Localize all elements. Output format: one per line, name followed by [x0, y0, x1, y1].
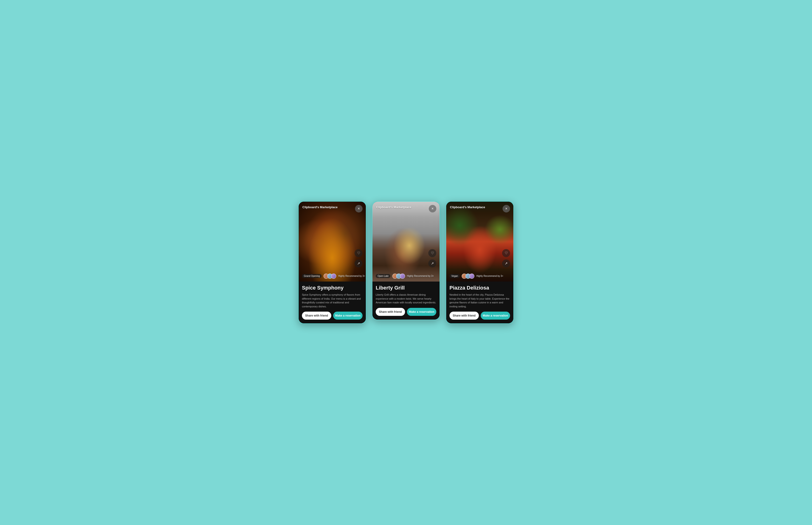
heart-button-spice-symphony[interactable]: ♡: [354, 249, 363, 257]
reserve-button-spice-symphony[interactable]: Make a reservation: [333, 312, 363, 320]
card-content-liberty-grill: Liberty Grill Liberty Grill offers a cla…: [372, 282, 440, 320]
action-icons-spice-symphony: ♡ ↗: [354, 249, 363, 267]
brand-label-liberty-grill: Clipboard's Marketplace: [376, 205, 411, 209]
action-icons-piazza-deliziosa: ♡ ↗: [502, 249, 510, 267]
avatars-spice-symphony: [323, 273, 336, 279]
card-actions-liberty-grill: Share with friend Make a reservation: [376, 308, 436, 316]
share-button-liberty-grill[interactable]: Share with friend: [376, 308, 405, 316]
share-button-spice-symphony[interactable]: Share with friend: [302, 312, 331, 320]
avatar-3-liberty-grill: [400, 273, 405, 279]
recommend-text-spice-symphony: Highly Recommend by 3+: [338, 275, 365, 277]
avatar-3-spice-symphony: [331, 273, 336, 279]
card-actions-spice-symphony: Share with friend Make a reservation: [302, 312, 363, 320]
share-button-piazza-deliziosa[interactable]: Share with friend: [449, 312, 479, 320]
close-button-liberty-grill[interactable]: ×: [429, 205, 436, 212]
brand-label-spice-symphony: Clipboard's Marketplace: [302, 205, 338, 209]
close-button-spice-symphony[interactable]: ×: [355, 205, 363, 212]
avatars-piazza-deliziosa: [462, 273, 474, 279]
card-image-liberty-grill: Clipboard's Marketplace × ♡ ↗ Open Late …: [372, 201, 440, 282]
card-content-piazza-deliziosa: Piazza Deliziosa Nestled in the heart of…: [446, 282, 514, 324]
avatar-3-piazza-deliziosa: [469, 273, 474, 279]
recommend-text-liberty-grill: Highly Recommend by 3+: [407, 275, 434, 277]
badge-row-spice-symphony: Grand Opening Highly Recommend by 3+: [302, 273, 365, 279]
card-title-liberty-grill: Liberty Grill: [376, 285, 436, 291]
card-spice-symphony: Clipboard's Marketplace × ♡ ↗ Grand Open…: [298, 201, 366, 324]
badge-tag-spice-symphony: Grand Opening: [302, 274, 322, 278]
avatars-liberty-grill: [393, 273, 405, 279]
card-desc-liberty-grill: Liberty Grill offers a classic American …: [376, 293, 436, 304]
card-image-piazza-deliziosa: Clipboard's Marketplace × ♡ ↗ Vegan High…: [446, 201, 514, 282]
heart-button-piazza-deliziosa[interactable]: ♡: [502, 249, 510, 257]
card-desc-piazza-deliziosa: Nestled in the heart of the city, Piazza…: [449, 293, 510, 308]
card-image-spice-symphony: Clipboard's Marketplace × ♡ ↗ Grand Open…: [298, 201, 366, 282]
share-icon-button-liberty-grill[interactable]: ↗: [428, 259, 436, 267]
reserve-button-piazza-deliziosa[interactable]: Make a reservation: [481, 312, 510, 320]
badge-row-piazza-deliziosa: Vegan Highly Recommend by 3+: [449, 273, 503, 279]
card-desc-spice-symphony: Spice Symphony offers a symphony of flav…: [302, 293, 363, 308]
card-liberty-grill: Clipboard's Marketplace × ♡ ↗ Open Late …: [372, 201, 440, 320]
card-content-spice-symphony: Spice Symphony Spice Symphony offers a s…: [298, 282, 366, 324]
card-title-piazza-deliziosa: Piazza Deliziosa: [449, 285, 510, 291]
badge-row-liberty-grill: Open Late Highly Recommend by 3+: [376, 273, 434, 279]
card-piazza-deliziosa: Clipboard's Marketplace × ♡ ↗ Vegan High…: [446, 201, 514, 324]
heart-button-liberty-grill[interactable]: ♡: [428, 249, 436, 257]
action-icons-liberty-grill: ♡ ↗: [428, 249, 436, 267]
badge-tag-liberty-grill: Open Late: [376, 274, 390, 278]
reserve-button-liberty-grill[interactable]: Make a reservation: [407, 308, 436, 316]
card-title-spice-symphony: Spice Symphony: [302, 285, 363, 291]
close-button-piazza-deliziosa[interactable]: ×: [503, 205, 510, 212]
share-icon-button-spice-symphony[interactable]: ↗: [354, 259, 363, 267]
cards-container: Clipboard's Marketplace × ♡ ↗ Grand Open…: [298, 201, 514, 324]
brand-label-piazza-deliziosa: Clipboard's Marketplace: [450, 205, 485, 209]
recommend-text-piazza-deliziosa: Highly Recommend by 3+: [476, 275, 503, 277]
badge-tag-piazza-deliziosa: Vegan: [449, 274, 460, 278]
share-icon-button-piazza-deliziosa[interactable]: ↗: [502, 259, 510, 267]
card-actions-piazza-deliziosa: Share with friend Make a reservation: [449, 312, 510, 320]
